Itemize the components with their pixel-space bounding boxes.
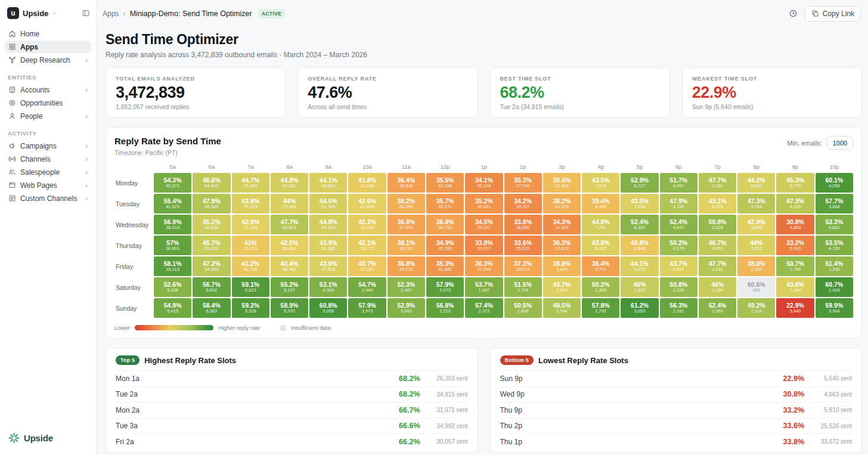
heatmap-cell[interactable]: 44.8%7,251: [582, 215, 619, 234]
heatmap-cell[interactable]: 44.1%58,693: [309, 173, 347, 193]
heatmap-cell[interactable]: 43.4%56,781: [271, 256, 308, 276]
heatmap-cell[interactable]: 30.8%4,663: [776, 215, 814, 234]
heatmap-cell[interactable]: 38.2%14,523: [543, 194, 581, 213]
heatmap-cell[interactable]: 58.1%33,113: [154, 256, 191, 276]
heatmap-cell[interactable]: 57.7%3,848: [816, 194, 853, 213]
heatmap-cell[interactable]: 58.4%6,063: [193, 298, 230, 318]
heatmap-cell[interactable]: 41.2%61,708: [232, 256, 269, 276]
sidebar-item-deep-research[interactable]: Deep Research›: [5, 54, 91, 66]
heatmap-cell[interactable]: 47.3%4,035: [776, 194, 814, 213]
heatmap-cell[interactable]: 36.4%5,711: [582, 256, 619, 276]
heatmap-cell[interactable]: 54.7%2,949: [348, 277, 386, 297]
heatmap-cell[interactable]: 47.7%63,643: [271, 215, 308, 234]
heatmap-cell[interactable]: 38.2%40,065: [388, 194, 425, 213]
sidebar-item-channels[interactable]: Channels›: [5, 153, 91, 165]
heatmap-cell[interactable]: 36.8%34,723: [388, 256, 425, 276]
sidebar-item-opportunities[interactable]: Opportunities: [5, 97, 91, 109]
heatmap-cell[interactable]: 49.2%2,118: [737, 298, 775, 318]
heatmap-cell[interactable]: 60.8%5,058: [309, 298, 347, 318]
heatmap-cell[interactable]: 57.4%2,373: [465, 298, 503, 318]
sidebar-item-accounts[interactable]: Accounts›: [5, 83, 91, 96]
heatmap-cell[interactable]: 50.8%2,928: [699, 215, 736, 234]
heatmap-cell[interactable]: 53.1%4,309: [309, 277, 347, 297]
sidebar-item-apps[interactable]: Apps: [5, 41, 91, 53]
heatmap-cell[interactable]: 56.8%2,210: [426, 298, 464, 318]
heatmap-cell[interactable]: 43.9%54,385: [309, 236, 347, 255]
sidebar-item-custom-channels[interactable]: Custom Channels›: [5, 192, 91, 205]
heatmap-cell[interactable]: 58.9%5,370: [271, 298, 308, 318]
heatmap-cell[interactable]: 45.3%3,779: [776, 173, 814, 193]
heatmap-cell[interactable]: 35.3%31,662: [426, 256, 464, 276]
heatmap-cell[interactable]: 53.7%1,987: [465, 277, 503, 297]
heatmap-cell[interactable]: 60.1%4,268: [816, 173, 853, 193]
heatmap-cell[interactable]: 52.6%5,208: [154, 277, 191, 297]
heatmap-cell[interactable]: 59.2%5,328: [232, 298, 269, 318]
sidebar-item-salespeople[interactable]: Salespeople›: [5, 166, 91, 178]
heatmap-cell[interactable]: 33.6%25,526: [504, 236, 542, 255]
heatmap-cell[interactable]: 46%1,620: [621, 277, 658, 297]
heatmap-cell[interactable]: 52.4%4,047: [660, 215, 698, 234]
copy-link-button[interactable]: Copy Link: [805, 6, 861, 21]
heatmap-cell[interactable]: 57.9%2,073: [426, 277, 464, 297]
heatmap-cell[interactable]: 46%1,284: [699, 277, 736, 297]
sidebar-toggle-icon[interactable]: [82, 9, 90, 17]
heatmap-cell[interactable]: 44.5%61,765: [309, 194, 347, 213]
heatmap-cell[interactable]: 50.5%1,899: [504, 298, 542, 318]
heatmap-cell[interactable]: 47.9%66,340: [193, 194, 230, 213]
heatmap-cell[interactable]: 33.8%33,672: [465, 236, 503, 255]
heatmap-cell[interactable]: 50.8%1,326: [660, 277, 698, 297]
heatmap-cell[interactable]: 59.9%3,904: [816, 298, 853, 318]
heatmap-cell[interactable]: 36.4%39,838: [388, 173, 425, 193]
heatmap-cell[interactable]: 48.5%1,544: [543, 298, 581, 318]
heatmap-cell[interactable]: 47.2%54,063: [193, 256, 230, 276]
heatmap-cell[interactable]: 57.9%3,973: [348, 298, 386, 318]
sidebar-item-campaigns[interactable]: Campaigns›: [5, 140, 91, 152]
heatmap-cell[interactable]: 61.2%3,053: [621, 298, 658, 318]
heatmap-cell[interactable]: 39.4%8,409: [582, 194, 619, 213]
heatmap-cell[interactable]: 42.1%39,777: [348, 236, 386, 255]
heatmap-cell[interactable]: 46.7%4,059: [699, 236, 736, 255]
heatmap-cell[interactable]: 60.7%1,424: [816, 277, 853, 297]
sidebar-item-web-pages[interactable]: Web Pages›: [5, 179, 91, 191]
heatmap-cell[interactable]: 36.3%12,323: [543, 236, 581, 255]
heatmap-cell[interactable]: 42.9%3,698: [737, 215, 775, 234]
heatmap-cell[interactable]: 43.8%75,923: [232, 194, 269, 213]
heatmap-cell[interactable]: 44.7%75,855: [232, 173, 269, 193]
heatmap-cell[interactable]: 52.3%2,487: [388, 277, 425, 297]
heatmap-cell[interactable]: 42.9%72,253: [232, 215, 269, 234]
heatmap-cell[interactable]: 38.1%36,163: [388, 236, 425, 255]
heatmap-cell[interactable]: 42.1%39,945: [348, 215, 386, 234]
heatmap-cell[interactable]: 44.1%4,270: [621, 256, 658, 276]
heatmap-cell[interactable]: 34.5%35,571: [465, 215, 503, 234]
heatmap-cell[interactable]: 43.7%2,947: [660, 256, 698, 276]
heatmap-cell[interactable]: 57%38,801: [154, 236, 191, 255]
heatmap-cell[interactable]: 34.9%35,760: [426, 236, 464, 255]
heatmap-cell[interactable]: 35.7%39,272: [426, 194, 464, 213]
heatmap-cell[interactable]: 50.2%1,309: [582, 277, 619, 297]
heatmap-cell[interactable]: 56.7%5,692: [193, 277, 230, 297]
heatmap-cell[interactable]: 53.5%4,150: [816, 236, 853, 255]
min-emails-input[interactable]: [827, 136, 853, 150]
heatmap-cell[interactable]: 51.5%1,724: [504, 277, 542, 297]
heatmap-cell[interactable]: 39.4%12,893: [543, 173, 581, 193]
heatmap-cell[interactable]: 47.7%3,180: [699, 173, 736, 193]
workspace-name[interactable]: Upside: [23, 9, 48, 18]
heatmap-cell[interactable]: 44%3,512: [737, 236, 775, 255]
heatmap-cell[interactable]: 42.5%65,860: [271, 236, 308, 255]
heatmap-cell[interactable]: 43.7%1,404: [543, 277, 581, 297]
breadcrumb-apps[interactable]: Apps: [103, 10, 119, 18]
heatmap-cell[interactable]: 34.1%35,246: [465, 173, 503, 193]
heatmap-cell[interactable]: 35.2%36,821: [465, 194, 503, 213]
heatmap-cell[interactable]: 54.3%40,371: [154, 173, 191, 193]
heatmap-cell[interactable]: 38.8%2,109: [737, 256, 775, 276]
heatmap-cell[interactable]: 57.8%1,792: [582, 298, 619, 318]
sidebar-item-people[interactable]: People›: [5, 110, 91, 122]
heatmap-cell[interactable]: 40.8%6,945: [621, 236, 658, 255]
heatmap-cell[interactable]: 34.3%14,329: [543, 215, 581, 234]
heatmap-cell[interactable]: 35.5%37,248: [426, 173, 464, 193]
heatmap-cell[interactable]: 47.9%4,336: [660, 194, 698, 213]
heatmap-cell[interactable]: 38.8%9,443: [543, 256, 581, 276]
heatmap-cell[interactable]: 56.9%38,918: [154, 215, 191, 234]
heatmap-cell[interactable]: 33.2%5,910: [776, 236, 814, 255]
heatmap-cell[interactable]: 52.4%6,337: [621, 215, 658, 234]
